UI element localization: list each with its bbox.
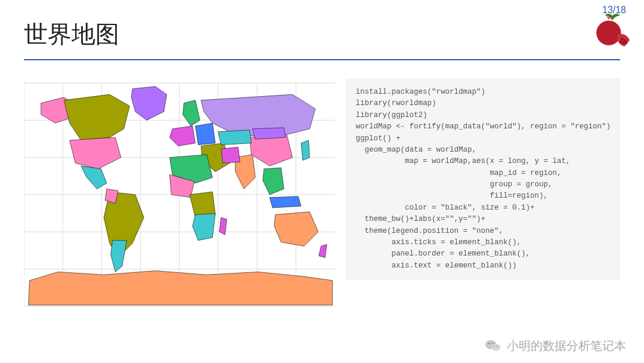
svg-point-5 <box>625 42 627 44</box>
region-kazakhstan <box>218 130 252 145</box>
pomegranate-icon <box>594 12 631 49</box>
region-south-africa <box>193 214 215 241</box>
region-canada <box>64 94 129 140</box>
region-usa <box>70 137 121 169</box>
svg-point-3 <box>620 41 622 43</box>
region-australia <box>274 212 318 247</box>
footer: 小明的数据分析笔记本 <box>484 337 626 355</box>
region-iran <box>221 147 240 163</box>
region-scandinavia <box>182 100 200 126</box>
footer-text: 小明的数据分析笔记本 <box>507 338 626 354</box>
wechat-icon <box>484 337 502 355</box>
region-east-europe <box>196 123 216 144</box>
svg-point-26 <box>494 346 495 347</box>
region-antarctica <box>29 270 333 305</box>
slide: 13/18 世界地图 <box>0 0 644 363</box>
svg-point-0 <box>596 20 621 45</box>
region-greenland <box>131 87 166 121</box>
content-row: install.packages("rworldmap") library(rw… <box>24 78 620 311</box>
title-divider <box>24 59 620 60</box>
region-mongolia <box>252 128 286 139</box>
region-madagascar <box>219 217 227 235</box>
svg-point-2 <box>624 39 626 41</box>
slide-title: 世界地图 <box>24 18 620 51</box>
region-indonesia <box>270 196 301 208</box>
svg-point-1 <box>621 38 623 40</box>
region-china <box>250 134 293 166</box>
region-seasia <box>263 168 284 195</box>
region-mexico <box>81 166 107 189</box>
region-argentina <box>111 241 127 272</box>
svg-point-24 <box>488 343 490 344</box>
region-japan <box>301 140 309 161</box>
code-block: install.packages("rworldmap") library(rw… <box>346 78 620 280</box>
svg-point-4 <box>623 42 625 44</box>
region-nz <box>319 244 327 257</box>
svg-point-23 <box>491 344 500 351</box>
svg-point-25 <box>491 343 493 344</box>
region-west-europe <box>169 126 195 146</box>
world-map-plot <box>24 78 335 311</box>
svg-point-27 <box>497 346 498 347</box>
